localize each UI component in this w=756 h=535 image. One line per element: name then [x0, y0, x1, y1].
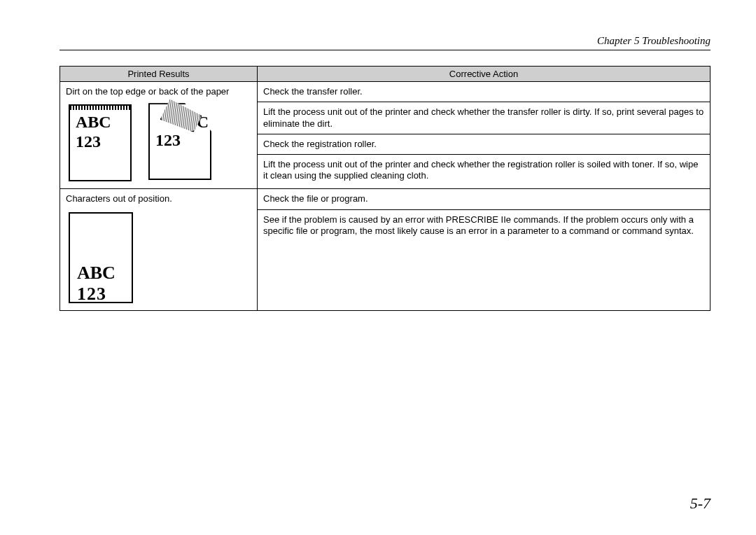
thumbnail-characters-out-of-position: ABC 123: [69, 212, 133, 303]
table-row: Dirt on the top edge or back of the pape…: [60, 82, 710, 189]
page-number: 5-7: [690, 494, 710, 513]
cell-corrective-action: Check the transfer roller. Lift the proc…: [258, 82, 710, 189]
action-text: Lift the process unit out of the printer…: [258, 102, 710, 134]
chapter-title: Chapter 5 Troubleshooting: [59, 35, 710, 50]
sample-text-abc: ABC: [76, 113, 111, 132]
page-content: Chapter 5 Troubleshooting Printed Result…: [0, 0, 756, 535]
example-thumbnails: ABC 123 123 C: [69, 104, 251, 181]
action-text: See if the problem is caused by an error…: [258, 210, 710, 279]
sample-text-123: 123: [155, 131, 181, 150]
action-text: Check the registration roller.: [258, 134, 710, 155]
sample-text-123: 123: [76, 132, 101, 151]
action-text: Check the transfer roller.: [258, 82, 710, 102]
table-header-row: Printed Results Corrective Action: [60, 67, 710, 82]
cell-printed-results: Dirt on the top edge or back of the pape…: [60, 82, 258, 189]
table-row: Characters out of position. ABC 123 Chec…: [60, 189, 710, 310]
cell-printed-results: Characters out of position. ABC 123: [60, 189, 258, 310]
printed-results-text: Characters out of position.: [66, 193, 251, 204]
action-text: Lift the process unit out of the printer…: [258, 155, 710, 186]
page-header: Chapter 5 Troubleshooting: [59, 35, 710, 50]
sample-text-abc: ABC: [77, 263, 115, 284]
sample-text-123: 123: [77, 284, 106, 303]
cell-corrective-action: Check the file or program. See if the pr…: [258, 189, 710, 310]
thumbnail-dirt-top-edge: ABC 123: [69, 104, 132, 181]
thumbnail-folded-corner: 123 C: [150, 104, 213, 181]
action-text: Check the file or program.: [258, 189, 710, 209]
col-header-printed-results: Printed Results: [60, 67, 258, 82]
printed-results-text: Dirt on the top edge or back of the pape…: [66, 86, 251, 97]
col-header-corrective-action: Corrective Action: [258, 67, 710, 82]
troubleshooting-table: Printed Results Corrective Action Dirt o…: [59, 66, 710, 311]
